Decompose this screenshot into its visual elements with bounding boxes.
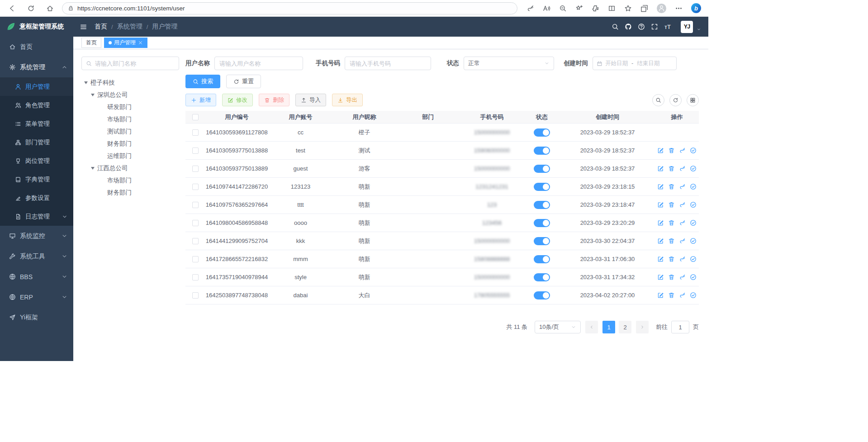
- goto-page-input[interactable]: [671, 321, 689, 333]
- search-button[interactable]: 搜索: [185, 75, 220, 88]
- refresh-table-button[interactable]: [669, 94, 682, 106]
- status-toggle[interactable]: [534, 128, 550, 137]
- sidebar-item-erp[interactable]: ERP: [0, 287, 73, 307]
- sidebar-subitem-role[interactable]: 角色管理: [0, 96, 73, 114]
- password-manager-icon[interactable]: [526, 5, 534, 12]
- tree-node-0[interactable]: 橙子科技: [81, 76, 179, 89]
- profile-avatar-icon[interactable]: [657, 4, 666, 13]
- tree-expand-caret-icon[interactable]: [91, 167, 95, 170]
- tab-1[interactable]: 用户管理: [104, 38, 147, 48]
- row-checkbox[interactable]: [192, 256, 199, 262]
- row-checkbox[interactable]: [192, 238, 199, 244]
- status-select[interactable]: 正常: [464, 57, 554, 70]
- edit-icon[interactable]: [657, 256, 664, 262]
- tree-node-1[interactable]: 深圳总公司: [81, 89, 179, 101]
- tree-expand-caret-icon[interactable]: [84, 81, 88, 84]
- import-button[interactable]: 导入: [295, 94, 326, 106]
- split-screen-icon[interactable]: [608, 5, 616, 12]
- select-all-checkbox[interactable]: [192, 114, 199, 120]
- row-checkbox[interactable]: [192, 147, 199, 154]
- browser-menu-icon[interactable]: [675, 5, 683, 12]
- assign-role-icon[interactable]: [690, 183, 697, 190]
- add-favorite-icon[interactable]: [575, 5, 583, 12]
- tree-expand-caret-icon[interactable]: [91, 94, 95, 96]
- page-button-1[interactable]: 1: [602, 321, 615, 333]
- reset-password-icon[interactable]: [679, 238, 686, 244]
- sidebar-item-tool[interactable]: 系统工具: [0, 246, 73, 266]
- sidebar-subitem-log[interactable]: 日志管理: [0, 207, 73, 226]
- sidebar-subitem-dict[interactable]: 字典管理: [0, 170, 73, 189]
- row-checkbox[interactable]: [192, 292, 199, 299]
- edit-icon[interactable]: [657, 147, 664, 154]
- delete-icon[interactable]: [668, 183, 675, 190]
- edit-button[interactable]: 修改: [222, 94, 253, 106]
- assign-role-icon[interactable]: [690, 292, 697, 299]
- sidebar-item-yiframe[interactable]: Yi框架: [0, 307, 73, 328]
- sidebar-item-monitor[interactable]: 系统监控: [0, 226, 73, 246]
- reset-button[interactable]: 重置: [226, 75, 261, 88]
- date-range-picker[interactable]: 开始日期 - 结束日期: [593, 57, 677, 70]
- fullscreen-icon[interactable]: [651, 23, 658, 30]
- breadcrumb-item-1[interactable]: 系统管理: [117, 23, 142, 31]
- tree-node-6[interactable]: 运维部门: [81, 150, 179, 162]
- reset-password-icon[interactable]: [679, 201, 686, 208]
- status-toggle[interactable]: [534, 147, 550, 155]
- assign-role-icon[interactable]: [690, 201, 697, 208]
- status-toggle[interactable]: [534, 165, 550, 173]
- avatar-caret-icon[interactable]: [697, 27, 701, 32]
- delete-icon[interactable]: [668, 201, 675, 208]
- sidebar-subitem-menu[interactable]: 菜单管理: [0, 114, 73, 133]
- page-button-2[interactable]: 2: [619, 321, 631, 333]
- close-tab-icon[interactable]: [138, 40, 143, 45]
- header-search-icon[interactable]: [612, 23, 619, 30]
- assign-role-icon[interactable]: [690, 219, 697, 226]
- edit-icon[interactable]: [657, 274, 664, 280]
- status-toggle[interactable]: [534, 219, 550, 227]
- reset-password-icon[interactable]: [679, 219, 686, 226]
- reset-password-icon[interactable]: [679, 274, 686, 280]
- status-toggle[interactable]: [534, 237, 550, 245]
- user-avatar[interactable]: YJ: [681, 21, 693, 33]
- copilot-icon[interactable]: b: [691, 3, 701, 13]
- next-page-button[interactable]: [636, 321, 649, 333]
- sidebar-item-home[interactable]: 首页: [0, 37, 73, 57]
- status-toggle[interactable]: [534, 255, 550, 263]
- help-icon[interactable]: [638, 23, 645, 30]
- edit-icon[interactable]: [657, 238, 664, 244]
- export-button[interactable]: 导出: [332, 94, 363, 106]
- assign-role-icon[interactable]: [690, 165, 697, 172]
- extensions-icon[interactable]: [592, 5, 599, 12]
- back-icon[interactable]: [8, 5, 16, 12]
- assign-role-icon[interactable]: [690, 238, 697, 244]
- hamburger-icon[interactable]: [80, 23, 87, 31]
- reset-password-icon[interactable]: [679, 292, 686, 299]
- row-checkbox[interactable]: [192, 129, 199, 136]
- status-toggle[interactable]: [534, 201, 550, 209]
- toggle-search-button[interactable]: [652, 94, 664, 106]
- edit-icon[interactable]: [657, 165, 664, 172]
- reset-password-icon[interactable]: [679, 183, 686, 190]
- tab-0[interactable]: 首页: [81, 38, 101, 48]
- sidebar-item-bbs[interactable]: BBS: [0, 266, 73, 287]
- github-icon[interactable]: [625, 23, 632, 30]
- breadcrumb-item-0[interactable]: 首页: [95, 23, 107, 31]
- assign-role-icon[interactable]: [690, 147, 697, 154]
- zoom-out-icon[interactable]: [559, 5, 567, 12]
- delete-icon[interactable]: [668, 147, 675, 154]
- status-toggle[interactable]: [534, 183, 550, 191]
- status-toggle[interactable]: [534, 291, 550, 299]
- page-size-select[interactable]: 10条/页: [535, 321, 581, 333]
- tree-node-4[interactable]: 测试部门: [81, 125, 179, 138]
- read-aloud-icon[interactable]: [543, 5, 550, 12]
- toggle-columns-button[interactable]: [687, 94, 699, 106]
- delete-icon[interactable]: [668, 274, 675, 280]
- tree-node-8[interactable]: 市场部门: [81, 174, 179, 186]
- row-checkbox[interactable]: [192, 184, 199, 190]
- sidebar-subitem-post[interactable]: 岗位管理: [0, 152, 73, 170]
- assign-role-icon[interactable]: [690, 274, 697, 280]
- row-checkbox[interactable]: [192, 274, 199, 280]
- tree-node-9[interactable]: 财务部门: [81, 186, 179, 199]
- sidebar-item-system[interactable]: 系统管理: [0, 57, 73, 77]
- tree-node-3[interactable]: 市场部门: [81, 113, 179, 125]
- row-checkbox[interactable]: [192, 220, 199, 226]
